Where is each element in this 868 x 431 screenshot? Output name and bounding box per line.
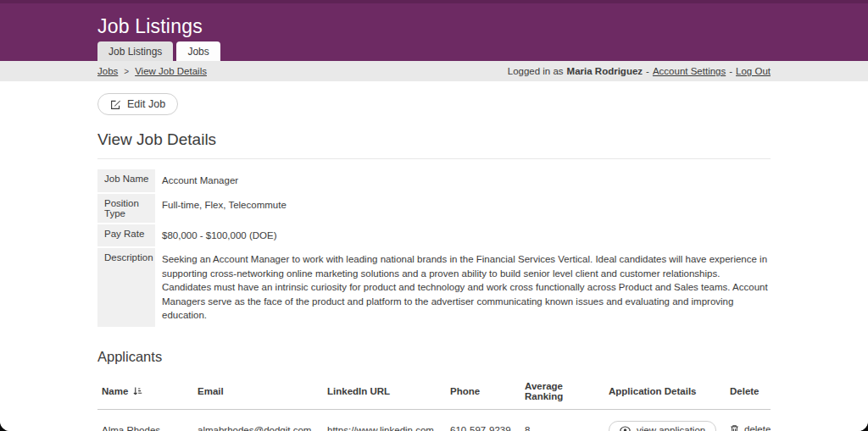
breadcrumb-jobs-link[interactable]: Jobs: [97, 66, 118, 76]
job-detail-row-job-name: Job Name Account Manager: [97, 169, 771, 192]
logged-in-prefix: Logged in as: [508, 66, 564, 76]
separator: -: [729, 66, 732, 76]
tab-job-listings[interactable]: Job Listings: [97, 41, 173, 61]
detail-label: Position Type: [97, 194, 155, 223]
applicants-section-title: Applicants: [97, 349, 771, 365]
applicants-header-row: Name Email LinkedIn URL Phone Aver: [97, 373, 771, 410]
applicant-row: Alma Rhodes almabrhodes@dodgit.com https…: [97, 409, 771, 431]
divider: [97, 158, 771, 159]
breadcrumb-separator: >: [124, 67, 129, 76]
delete-link[interactable]: delete: [744, 424, 771, 431]
column-header-delete[interactable]: Delete: [726, 373, 771, 410]
detail-label: Job Name: [97, 169, 155, 192]
tab-jobs[interactable]: Jobs: [176, 41, 220, 61]
column-header-name[interactable]: Name: [97, 373, 193, 410]
edit-job-button[interactable]: Edit Job: [97, 93, 178, 115]
main-content: Edit Job View Job Details Job Name Accou…: [0, 81, 868, 431]
applicants-table: Name Email LinkedIn URL Phone Aver: [97, 373, 771, 431]
breadcrumb: Jobs > View Job Details: [97, 66, 207, 76]
delete-applicant-control[interactable]: delete: [730, 424, 771, 431]
detail-value: Full-time, Flex, Telecommute: [155, 194, 771, 223]
app-header: Job Listings Job Listings Jobs: [0, 0, 868, 61]
detail-label: Description: [97, 248, 155, 327]
applicant-linkedin-link[interactable]: https://www.linkedin.com: [327, 425, 434, 431]
trash-icon: [730, 424, 739, 431]
eye-icon: [620, 426, 631, 431]
job-details-list: Job Name Account Manager Position Type F…: [97, 169, 771, 327]
sort-ascending-icon[interactable]: [132, 386, 142, 396]
view-application-label: view application: [637, 425, 705, 431]
page-title: View Job Details: [97, 130, 771, 149]
browser-window: Job Listings Job Listings Jobs Jobs > Vi…: [0, 0, 868, 431]
edit-pencil-icon: [110, 99, 121, 110]
detail-value: Account Manager: [155, 169, 771, 192]
log-out-link[interactable]: Log Out: [736, 66, 771, 76]
tab-bar: Job Listings Jobs: [97, 41, 220, 61]
job-detail-row-pay-rate: Pay Rate $80,000 - $100,000 (DOE): [97, 224, 771, 247]
detail-value: $80,000 - $100,000 (DOE): [155, 224, 771, 247]
sub-header-bar: Jobs > View Job Details Logged in as Mar…: [0, 61, 868, 81]
app-title: Job Listings: [0, 3, 868, 38]
detail-label: Pay Rate: [97, 224, 155, 247]
column-header-email[interactable]: Email: [193, 373, 323, 410]
user-name: Maria Rodriguez: [567, 66, 643, 76]
column-header-name-label: Name: [102, 386, 128, 396]
column-header-phone[interactable]: Phone: [446, 373, 520, 410]
column-header-linkedin[interactable]: LinkedIn URL: [323, 373, 446, 410]
column-header-application-details[interactable]: Application Details: [604, 373, 726, 410]
view-application-button[interactable]: view application: [609, 421, 716, 431]
edit-job-label: Edit Job: [127, 98, 165, 110]
job-detail-row-description: Description Seeking an Account Manager t…: [97, 248, 771, 327]
applicant-phone: 610-597-9239: [446, 409, 520, 431]
applicant-email-link[interactable]: almabrhodes@dodgit.com: [198, 425, 311, 431]
applicant-name: Alma Rhodes: [97, 409, 193, 431]
detail-value: Seeking an Account Manager to work with …: [155, 248, 771, 327]
column-header-ranking[interactable]: Average Ranking: [520, 373, 604, 410]
separator: -: [646, 66, 649, 76]
breadcrumb-view-job-details-link[interactable]: View Job Details: [135, 66, 207, 76]
job-detail-row-position-type: Position Type Full-time, Flex, Telecommu…: [97, 194, 771, 223]
applicant-ranking: 8: [520, 409, 604, 431]
user-session-bar: Logged in as Maria Rodriguez - Account S…: [508, 66, 771, 76]
account-settings-link[interactable]: Account Settings: [653, 66, 726, 76]
